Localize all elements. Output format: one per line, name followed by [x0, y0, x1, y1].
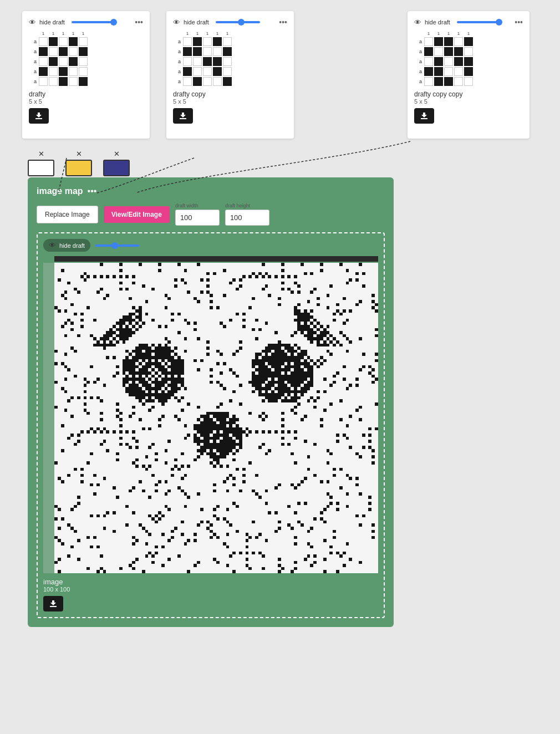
- panel-header: image map •••: [37, 186, 385, 196]
- panel-toolbar: Replace Image View/Edit Image draft widt…: [37, 203, 385, 226]
- thumbnail-white[interactable]: ✕: [28, 150, 54, 176]
- eye-icon-drafty-copy-copy: 👁: [414, 18, 421, 27]
- svg-rect-1: [35, 118, 42, 119]
- slider-drafty-copy-copy[interactable]: [457, 21, 508, 23]
- eye-icon-drafty-copy: 👁: [173, 18, 180, 27]
- svg-rect-2: [180, 118, 186, 119]
- thumbnail-yellow[interactable]: ✕: [65, 150, 92, 176]
- card-footer-drafty-copy-copy: drafty copy copy 5 x 5: [414, 90, 523, 124]
- draft-cards-area: 👁 hide draft ••• 11111 a a a a: [0, 0, 560, 172]
- draft-card-drafty-copy: 👁 hide draft ••• 11111 a a a a: [166, 11, 294, 139]
- dots-btn-drafty-copy-copy[interactable]: •••: [515, 18, 523, 27]
- svg-rect-3: [421, 118, 427, 119]
- weave-area-drafty-copy-copy: 11111 a a a a a: [414, 31, 523, 86]
- weave-image-container: [43, 263, 378, 573]
- card-header-drafty: 👁 hide draft •••: [29, 18, 143, 27]
- download-icon-drafty: [34, 111, 43, 120]
- canvas-footer: image 100 x 100: [43, 578, 378, 611]
- dots-btn-drafty[interactable]: •••: [135, 18, 143, 27]
- hide-draft-label-drafty: hide draft: [39, 19, 65, 26]
- draft-height-group: draft height: [225, 203, 269, 226]
- hide-draft-label-drafty-copy: hide draft: [184, 19, 209, 26]
- card-size-drafty-copy: 5 x 5: [173, 98, 287, 105]
- canvas-hide-draft: 👁 hide draft: [43, 239, 90, 252]
- ruler-top: [54, 256, 378, 262]
- thumb-box-white: [28, 160, 54, 176]
- canvas-image-label: image: [43, 578, 378, 586]
- download-icon-drafty-copy-copy: [420, 111, 429, 120]
- weave-pixel-canvas: [54, 263, 378, 573]
- canvas-header: 👁 hide draft: [43, 239, 378, 252]
- thumb-box-yellow: [65, 160, 92, 176]
- slider-drafty[interactable]: [72, 21, 128, 23]
- canvas-download-icon: [49, 599, 58, 608]
- draft-width-group: draft width: [175, 203, 220, 226]
- card-footer-drafty: drafty 5 x 5: [29, 90, 143, 124]
- card-icon-btn-drafty-copy[interactable]: [173, 108, 193, 124]
- close-icon-white[interactable]: ✕: [38, 150, 44, 158]
- card-header-drafty-copy-copy: 👁 hide draft •••: [414, 18, 523, 27]
- slider-drafty-copy[interactable]: [216, 21, 272, 23]
- thumbnail-dark[interactable]: ✕: [103, 150, 130, 176]
- card-name-drafty: drafty: [29, 90, 143, 98]
- dots-btn-drafty-copy[interactable]: •••: [279, 18, 287, 27]
- card-header-drafty-copy: 👁 hide draft •••: [173, 18, 287, 27]
- svg-rect-4: [50, 606, 57, 607]
- view-edit-image-button[interactable]: View/Edit Image: [104, 206, 170, 223]
- draft-height-label: draft height: [225, 203, 250, 208]
- ruler-left: [43, 263, 54, 573]
- weave-area-drafty-copy: 11111 a a a a a: [173, 31, 287, 86]
- eye-icon-drafty: 👁: [29, 18, 36, 27]
- draft-width-input[interactable]: [175, 210, 220, 226]
- hide-draft-label-drafty-copy-copy: hide draft: [425, 19, 450, 26]
- card-name-drafty-copy-copy: drafty copy copy: [414, 90, 523, 98]
- weave-image: [54, 263, 378, 573]
- main-panel: image map ••• Replace Image View/Edit Im…: [28, 177, 394, 627]
- canvas-eye-icon: 👁: [49, 241, 56, 249]
- canvas-image-size: 100 x 100: [43, 586, 378, 593]
- card-footer-drafty-copy: drafty copy 5 x 5: [173, 90, 287, 124]
- panel-title: image map: [37, 186, 83, 196]
- canvas-area: 👁 hide draft image 100 x 100: [37, 232, 385, 618]
- card-icon-btn-drafty[interactable]: [29, 108, 49, 124]
- card-name-drafty-copy: drafty copy: [173, 90, 287, 98]
- thumbnail-strip-area: ✕ ✕ ✕: [28, 150, 130, 176]
- card-size-drafty: 5 x 5: [29, 98, 143, 105]
- replace-image-button[interactable]: Replace Image: [37, 206, 98, 223]
- draft-width-label: draft width: [175, 203, 198, 208]
- card-size-drafty-copy-copy: 5 x 5: [414, 98, 523, 105]
- draft-card-drafty-copy-copy: 👁 hide draft ••• 11111 a a a a: [408, 11, 530, 139]
- weave-area-drafty: 11111 a a a a a: [29, 31, 143, 86]
- canvas-hide-label: hide draft: [59, 242, 85, 249]
- close-icon-yellow[interactable]: ✕: [76, 150, 82, 158]
- download-icon-drafty-copy: [179, 111, 187, 120]
- draft-height-input[interactable]: [225, 210, 269, 226]
- draft-card-drafty: 👁 hide draft ••• 11111 a a a a: [22, 11, 150, 139]
- close-icon-dark[interactable]: ✕: [114, 150, 120, 158]
- canvas-slider[interactable]: [95, 244, 139, 247]
- thumb-box-dark: [103, 160, 130, 176]
- panel-dots-btn[interactable]: •••: [88, 186, 97, 196]
- card-icon-btn-drafty-copy-copy[interactable]: [414, 108, 434, 124]
- canvas-download-btn[interactable]: [43, 596, 63, 611]
